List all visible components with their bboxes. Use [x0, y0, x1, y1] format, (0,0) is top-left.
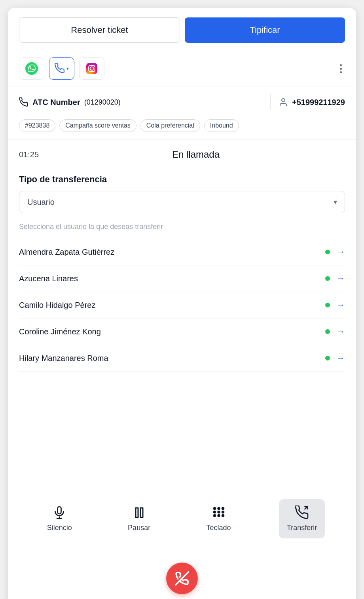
transfer-section: Tipo de transferencia UsuarioCola ▾ Sele… [8, 166, 356, 380]
resolver-ticket-button[interactable]: Resolver ticket [19, 17, 180, 43]
phone-dropdown-arrow: ▾ [66, 66, 69, 71]
teclado-button[interactable]: Teclado [199, 499, 239, 538]
transfer-arrow-3[interactable]: → [336, 300, 345, 310]
transfer-arrow-2[interactable]: → [336, 273, 345, 284]
whatsapp-icon [25, 62, 38, 75]
user-name-4: Coroline Jiménez Kong [19, 327, 321, 336]
microphone-icon [52, 506, 66, 520]
tags-row: #923838 Campaña score ventas Cola prefer… [8, 115, 356, 139]
svg-point-4 [94, 66, 95, 67]
online-status-3 [325, 303, 330, 307]
transferir-label: Transferir [287, 524, 317, 532]
vertical-divider [270, 94, 271, 110]
call-status-text: En llamada [47, 149, 345, 160]
svg-point-13 [222, 507, 224, 509]
phone-handset-icon [19, 97, 28, 107]
teclado-label: Teclado [207, 524, 231, 532]
phone-icon [55, 63, 65, 74]
user-name-5: Hilary Manzanares Roma [19, 354, 321, 363]
call-status-row: 01:25 En llamada [19, 149, 345, 160]
tag-cola: Cola preferencial [140, 119, 200, 132]
transfer-arrow-4[interactable]: → [336, 326, 345, 337]
controls-row: Silencio Pausar [19, 499, 345, 538]
transfer-phone-icon [295, 506, 309, 520]
more-dot-1 [340, 64, 342, 66]
svg-point-11 [214, 507, 216, 509]
svg-point-5 [282, 99, 285, 102]
user-name-2: Azucena Linares [19, 274, 321, 283]
svg-rect-10 [140, 508, 143, 517]
transfer-title: Tipo de transferencia [19, 174, 345, 185]
whatsapp-channel-button[interactable] [19, 57, 44, 80]
transfer-arrow-5[interactable]: → [336, 353, 345, 363]
tag-ticket-id: #923838 [19, 119, 55, 132]
atc-section: ATC Number (01290020) [19, 97, 262, 107]
silencio-button[interactable]: Silencio [39, 499, 80, 538]
user-name-1: Almendra Zapata Gutiérrez [19, 248, 321, 257]
svg-rect-6 [58, 507, 61, 514]
keypad-icon [212, 506, 226, 520]
svg-point-16 [222, 511, 224, 513]
atc-label: ATC Number [32, 98, 80, 107]
svg-point-18 [218, 515, 220, 517]
svg-point-0 [25, 62, 38, 75]
phone-channel-inner: ▾ [55, 63, 69, 74]
transfer-type-select-wrapper: UsuarioCola ▾ [19, 191, 345, 213]
online-status-4 [325, 329, 330, 334]
user-name-3: Camilo Hidalgo Pérez [19, 301, 321, 310]
tag-inbound: Inbound [204, 119, 239, 132]
tag-campana: Campaña score ventas [59, 119, 136, 132]
user-item[interactable]: Coroline Jiménez Kong → [19, 319, 345, 345]
phone-channel-button[interactable]: ▾ [49, 57, 74, 80]
call-info-bar: ATC Number (01290020) +51999211929 [8, 86, 356, 115]
user-item[interactable]: Azucena Linares → [19, 265, 345, 292]
more-options-button[interactable] [337, 63, 345, 75]
transferir-button[interactable]: Transferir [279, 499, 325, 538]
user-list: Almendra Zapata Gutiérrez → Azucena Lina… [19, 239, 345, 372]
pausar-button[interactable]: Pausar [120, 499, 158, 538]
end-call-area [8, 556, 356, 599]
call-timer: 01:25 [19, 150, 39, 159]
svg-rect-1 [86, 63, 97, 74]
instagram-channel-button[interactable] [79, 57, 104, 80]
svg-point-14 [214, 511, 216, 513]
top-action-bar: Resolver ticket Tipificar [8, 8, 356, 51]
more-dot-3 [340, 71, 342, 73]
svg-rect-9 [136, 508, 138, 517]
online-status-1 [325, 250, 330, 254]
bottom-controls: Silencio Pausar [8, 488, 356, 556]
online-status-5 [325, 356, 330, 361]
pause-icon [132, 506, 146, 520]
svg-point-19 [222, 515, 224, 517]
call-status-area: 01:25 En llamada [8, 139, 356, 166]
svg-point-17 [214, 515, 216, 517]
transfer-arrow-1[interactable]: → [336, 247, 345, 257]
end-call-button[interactable] [166, 563, 198, 594]
user-item[interactable]: Camilo Hidalgo Pérez → [19, 292, 345, 319]
caller-section: +51999211929 [279, 97, 345, 107]
silencio-label: Silencio [47, 524, 72, 532]
user-item[interactable]: Hilary Manzanares Roma → [19, 345, 345, 372]
atc-number: (01290020) [84, 98, 121, 107]
svg-point-15 [218, 511, 220, 513]
end-call-icon [175, 571, 189, 586]
instagram-icon [85, 62, 98, 75]
caller-number: +51999211929 [292, 98, 345, 107]
more-dot-2 [340, 68, 342, 70]
person-icon [279, 97, 288, 107]
tipificar-button[interactable]: Tipificar [185, 17, 345, 43]
transfer-type-select[interactable]: UsuarioCola [19, 191, 345, 213]
transfer-hint: Selecciona el usuario la que deseas tran… [19, 223, 345, 231]
svg-point-12 [218, 507, 220, 509]
user-item[interactable]: Almendra Zapata Gutiérrez → [19, 239, 345, 265]
phone-container: Resolver ticket Tipificar ▾ [8, 8, 356, 599]
channel-bar: ▾ [8, 51, 356, 86]
pausar-label: Pausar [128, 524, 150, 532]
online-status-2 [325, 276, 330, 281]
